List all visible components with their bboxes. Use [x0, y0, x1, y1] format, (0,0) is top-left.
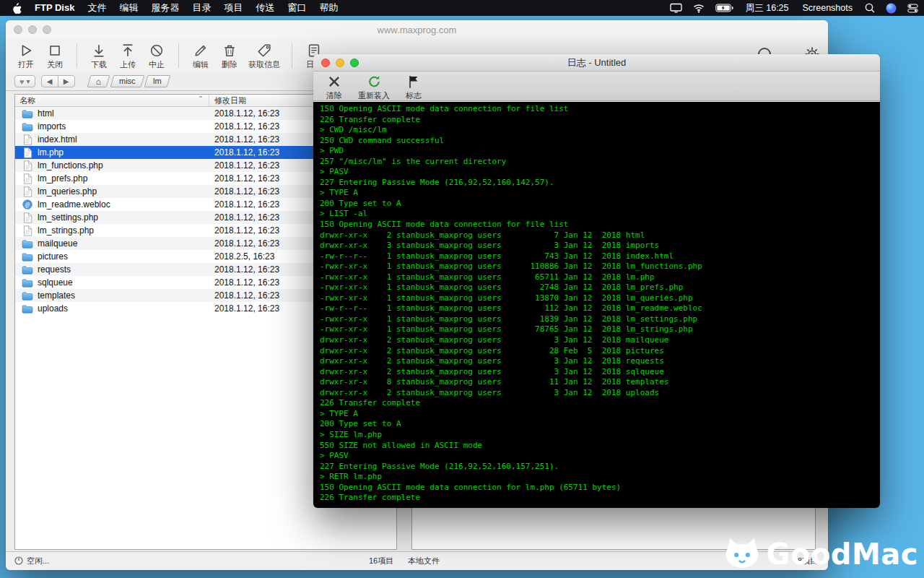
file-name: lm_prefs.php	[38, 173, 87, 184]
flag-label: 标志	[406, 90, 422, 101]
upload-icon	[120, 41, 136, 59]
menu-item-0[interactable]: 文件	[81, 0, 113, 16]
log-terminal[interactable]: 150 Opening ASCII mode data connection f…	[313, 102, 880, 508]
forward-icon: ▶	[64, 77, 69, 85]
file-icon	[22, 186, 33, 197]
toolbar-separator	[77, 43, 77, 68]
close-label: 关闭	[47, 59, 63, 70]
clear-label: 清除	[326, 90, 342, 101]
minimize-window-button[interactable]	[28, 25, 37, 34]
back-icon: ◀	[47, 77, 53, 85]
upload-label: 上传	[120, 59, 136, 70]
column-name-label: 名称	[19, 95, 35, 106]
file-icon	[22, 212, 33, 223]
log-window-controls	[313, 59, 359, 67]
menu-app-name[interactable]: FTP Disk	[28, 0, 81, 16]
wifi-icon[interactable]	[693, 4, 705, 13]
column-date-label: 修改日期	[214, 95, 246, 106]
menu-bar: FTP Disk 文件编辑服务器目录项目传送窗口帮助 周三 16:25 Scre…	[0, 0, 924, 16]
menu-item-5[interactable]: 传送	[249, 0, 281, 16]
log-titlebar[interactable]: 日志 - Untitled	[313, 54, 880, 72]
delete-button[interactable]: 删除	[215, 40, 244, 72]
heart-icon: ♥	[19, 77, 25, 86]
upload-button[interactable]: 上传	[113, 40, 142, 72]
file-name: imports	[38, 121, 66, 131]
open-label: 打开	[18, 59, 34, 70]
file-name: lm.php	[38, 147, 64, 158]
apple-menu-icon[interactable]	[6, 3, 28, 14]
terminal-text: 150 Opening ASCII mode data connection f…	[320, 104, 873, 504]
abort-label: 中止	[149, 59, 165, 70]
file-name: index.html	[38, 134, 77, 144]
zoom-window-button[interactable]	[43, 25, 51, 34]
path-segment-label: lm	[153, 77, 162, 85]
stop-square-icon	[47, 41, 63, 59]
clear-log-button[interactable]: 清除	[319, 72, 349, 101]
svg-text:@: @	[25, 201, 30, 208]
file-name: lm_queries.php	[38, 186, 97, 197]
ftp-titlebar[interactable]: www.maxprog.com	[6, 20, 828, 39]
open-button[interactable]: 打开	[12, 40, 40, 72]
menu-item-4[interactable]: 项目	[217, 0, 249, 16]
control-center-icon[interactable]	[907, 4, 918, 13]
folder-icon	[22, 121, 33, 132]
file-icon	[22, 225, 33, 236]
file-name: uploads	[38, 303, 68, 314]
clear-x-icon	[326, 72, 342, 90]
menu-item-2[interactable]: 服务器	[144, 0, 186, 16]
tag-icon	[256, 41, 272, 59]
path-control: ⌂ misc lm	[85, 75, 169, 87]
trash-icon	[222, 41, 237, 59]
zoom-window-button[interactable]	[350, 59, 359, 67]
menu-item-7[interactable]: 帮助	[313, 0, 344, 16]
log-window: 日志 - Untitled 清除 重新装入 标志 150 Opening ASC…	[313, 54, 880, 508]
path-home-button[interactable]: ⌂	[87, 75, 110, 87]
search-icon[interactable]	[865, 3, 875, 13]
path-segment-lm[interactable]: lm	[144, 75, 170, 87]
reload-icon	[366, 72, 383, 90]
favorites-button[interactable]: ♥ ▾	[14, 75, 35, 87]
toolbar-separator	[178, 43, 179, 68]
column-header-name[interactable]: 名称 ˆ	[15, 95, 209, 106]
menu-item-3[interactable]: 目录	[186, 0, 217, 16]
file-name: requests	[38, 264, 71, 275]
menu-item-1[interactable]: 编辑	[113, 0, 144, 16]
folder-icon	[22, 277, 33, 288]
back-button[interactable]: ◀	[41, 75, 58, 87]
file-name: templates	[38, 290, 75, 301]
edit-button[interactable]: 编辑	[186, 40, 215, 72]
minimize-window-button[interactable]	[336, 59, 344, 67]
pencil-icon	[193, 41, 209, 59]
path-segment-misc[interactable]: misc	[110, 75, 144, 87]
siri-icon[interactable]	[886, 3, 897, 14]
abort-button[interactable]: 中止	[142, 40, 171, 72]
menu-bar-clock[interactable]: 周三 16:25	[744, 0, 790, 16]
reload-log-button[interactable]: 重新装入	[355, 72, 393, 101]
download-button[interactable]: 下载	[84, 40, 113, 72]
webloc-icon: @	[22, 199, 33, 210]
folder-icon	[22, 290, 33, 301]
ftp-window-controls	[6, 25, 51, 34]
toolbar-separator	[292, 43, 292, 68]
flag-icon	[406, 72, 421, 90]
close-window-button[interactable]	[14, 25, 22, 34]
menu-item-6[interactable]: 窗口	[281, 0, 313, 16]
display-icon[interactable]	[670, 3, 682, 13]
close-window-button[interactable]	[321, 59, 330, 67]
chevron-down-icon: ▾	[27, 77, 30, 85]
flag-log-button[interactable]: 标志	[398, 72, 429, 101]
file-name: pictures	[38, 251, 68, 262]
menu-bar-screenshots[interactable]: Screenshots	[801, 0, 854, 16]
file-name: lm_readme.webloc	[38, 199, 110, 210]
folder-icon	[22, 108, 33, 119]
file-name: lm_functions.php	[38, 160, 103, 171]
edit-label: 编辑	[193, 59, 209, 70]
get-info-button[interactable]: 获取信息	[244, 40, 284, 72]
log-window-title: 日志 - Untitled	[313, 56, 880, 69]
remote-item-count: 16项目	[369, 556, 393, 566]
forward-button[interactable]: ▶	[58, 75, 75, 87]
file-name: mailqueue	[38, 238, 77, 249]
battery-charging-icon[interactable]	[715, 4, 733, 12]
menu-items: 文件编辑服务器目录项目传送窗口帮助	[81, 0, 344, 16]
close-button[interactable]: 关闭	[40, 40, 69, 72]
